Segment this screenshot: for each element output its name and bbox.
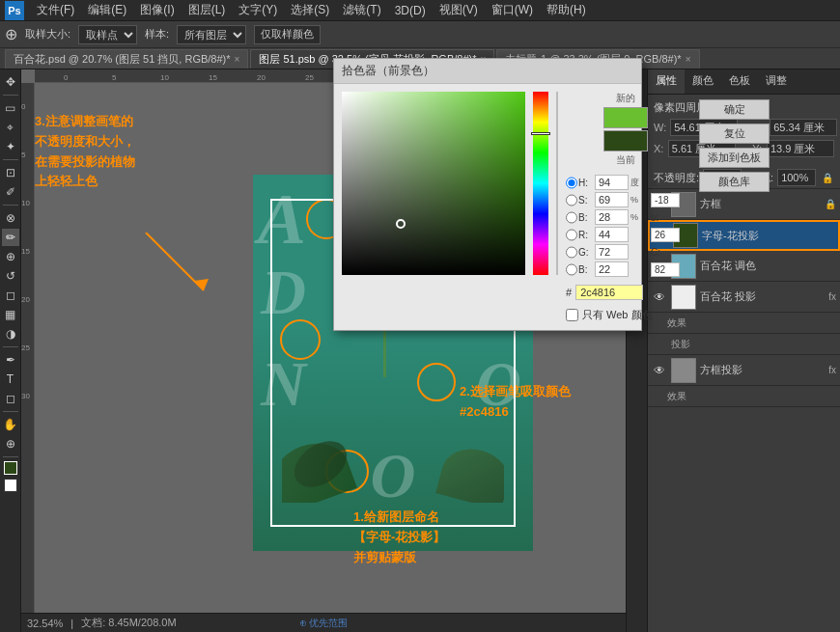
color-alpha-area <box>556 92 558 275</box>
menu-view[interactable]: 视图(V) <box>434 0 484 20</box>
radio-g[interactable] <box>566 246 577 259</box>
radio-r[interactable] <box>566 229 577 241</box>
hand-tool[interactable]: ✋ <box>2 416 19 433</box>
layer-name-effect-2: 效果 <box>667 390 836 403</box>
color-hue-bar[interactable] <box>533 92 548 275</box>
input-g[interactable] <box>595 244 629 260</box>
patch-tool[interactable]: ⊗ <box>2 209 19 227</box>
status-docinfo: 文档: 8.45M/208.0M <box>81 616 176 630</box>
color-new-label: 新的 <box>616 92 635 105</box>
menu-window[interactable]: 窗口(W) <box>486 0 539 20</box>
color-picker-title: 拾色器（前景色） <box>334 59 641 84</box>
menu-filter[interactable]: 滤镜(T) <box>337 0 386 20</box>
layer-name-6: 方框投影 <box>700 363 825 377</box>
tab-0-close[interactable]: × <box>235 54 240 65</box>
sample-btn[interactable]: 仅取样颜色 <box>254 25 321 44</box>
main-area: ✥ ▭ ⌖ ✦ ⊡ ✐ ⊗ ✏ ⊕ ↺ ◻ ▦ ◑ ✒ T ◻ ✋ ⊕ 0 5 … <box>0 69 840 632</box>
menu-help[interactable]: 帮助(H) <box>541 0 592 20</box>
layer-item-shadow-1[interactable]: 投影 <box>648 334 840 355</box>
color-current-label: 当前 <box>616 153 635 167</box>
sample-label: 样本: <box>145 27 169 41</box>
crop-tool[interactable]: ⊡ <box>2 164 19 181</box>
fg-color[interactable] <box>4 461 17 475</box>
input-r[interactable] <box>595 227 629 242</box>
input-c[interactable] <box>651 262 680 277</box>
color-picker-body: 新的 当前 H: 度 a: S: <box>334 84 641 330</box>
menu-select[interactable]: 选择(S) <box>285 0 335 20</box>
menu-image[interactable]: 图像(I) <box>134 0 180 20</box>
tab-0[interactable]: 百合花.psd @ 20.7% (图层 51 挡贝, RGB/8#)* × <box>5 49 248 69</box>
layer-thumb-6 <box>671 358 696 383</box>
prop-tab-adjustments[interactable]: 调整 <box>758 69 795 94</box>
shape-tool[interactable]: ◻ <box>2 390 19 407</box>
prop-y-input[interactable] <box>767 140 834 157</box>
color-preview: 新的 当前 <box>566 92 686 167</box>
layer-vis-6[interactable]: 👁 <box>652 363 667 378</box>
move-tool[interactable]: ✥ <box>2 73 19 91</box>
bg-color[interactable] <box>4 479 17 492</box>
menu-file[interactable]: 文件(F) <box>31 0 80 20</box>
web-only-checkbox[interactable] <box>566 309 578 321</box>
menu-layer[interactable]: 图层(L) <box>182 0 232 20</box>
web-only-row: 只有 Web 颜色 <box>566 308 686 322</box>
status-bar: 32.54% | 文档: 8.45M/208.0M ⊕ 优先范围 <box>21 613 626 632</box>
marquee-tool[interactable]: ▭ <box>2 99 19 117</box>
radio-b[interactable] <box>566 211 577 224</box>
label-b3: b: <box>651 212 686 223</box>
fill-input[interactable] <box>777 169 816 186</box>
color-gradient-cursor <box>396 219 406 229</box>
eyedropper-tool[interactable]: ✐ <box>2 183 19 201</box>
input-b[interactable] <box>595 209 629 225</box>
layer-item-effect-2[interactable]: 效果 <box>648 386 840 407</box>
input-h[interactable] <box>595 175 629 190</box>
color-picker-title-text: 拾色器（前景色） <box>342 63 434 79</box>
menu-3d[interactable]: 3D(D) <box>389 2 432 19</box>
color-cancel-btn[interactable]: 复位 <box>699 124 770 144</box>
color-hex-row: # <box>566 285 686 300</box>
color-gradient-area[interactable] <box>342 92 525 275</box>
color-new-swatch[interactable] <box>603 107 648 128</box>
pen-tool[interactable]: ✒ <box>2 351 19 369</box>
clone-tool[interactable]: ⊕ <box>2 248 19 265</box>
unit-s: % <box>630 195 650 205</box>
color-current-swatch[interactable] <box>603 130 648 151</box>
color-add-btn[interactable]: 添加到色板 <box>699 148 770 168</box>
color-values: H: 度 a: S: % B: % b: <box>566 175 686 277</box>
zoom-tool[interactable]: ⊕ <box>2 435 19 453</box>
color-lib-btn[interactable]: 颜色库 <box>699 172 770 192</box>
radio-s[interactable] <box>566 194 577 206</box>
prop-tab-color[interactable]: 颜色 <box>685 69 721 94</box>
svg-line-0 <box>146 233 204 290</box>
hex-input[interactable] <box>575 285 643 300</box>
prop-h-input[interactable] <box>770 119 837 136</box>
lasso-tool[interactable]: ⌖ <box>2 119 19 136</box>
gradient-tool[interactable]: ▦ <box>2 306 19 323</box>
layer-fx-4: fx <box>828 291 836 302</box>
input-s[interactable] <box>595 192 629 207</box>
input-b3[interactable] <box>651 228 680 242</box>
magic-wand-tool[interactable]: ✦ <box>2 138 19 155</box>
prop-tab-swatches[interactable]: 色板 <box>721 69 758 94</box>
layer-name-shadow-1: 投影 <box>671 338 836 351</box>
color-alpha-bar[interactable] <box>556 92 558 275</box>
input-b2[interactable] <box>595 261 629 277</box>
radio-b2[interactable] <box>566 263 577 276</box>
color-ok-btn[interactable]: 确定 <box>699 99 770 120</box>
annotation-1: 3.注意调整画笔的 不透明度和大小， 在需要投影的植物 上轻轻上色 <box>35 112 204 192</box>
sample-select[interactable]: 所有图层 <box>177 25 246 44</box>
eraser-tool[interactable]: ◻ <box>2 287 19 304</box>
status-divider: | <box>70 618 73 629</box>
radio-h[interactable] <box>566 177 577 189</box>
dodge-tool[interactable]: ◑ <box>2 325 19 343</box>
text-tool[interactable]: T <box>2 371 19 388</box>
tab-2-close[interactable]: × <box>686 54 691 65</box>
prop-tab-properties[interactable]: 属性 <box>648 69 685 94</box>
brush-tool[interactable]: ✏ <box>2 229 19 246</box>
history-brush-tool[interactable]: ↺ <box>2 267 19 285</box>
input-a[interactable] <box>651 193 680 207</box>
tool-separator-5 <box>3 411 18 412</box>
menu-text[interactable]: 文字(Y) <box>233 0 283 20</box>
menu-edit[interactable]: 编辑(E) <box>82 0 132 20</box>
layer-item-fangkuang-touying[interactable]: 👁 方框投影 fx <box>648 355 840 386</box>
tool-size-select[interactable]: 取样点 <box>78 25 137 44</box>
